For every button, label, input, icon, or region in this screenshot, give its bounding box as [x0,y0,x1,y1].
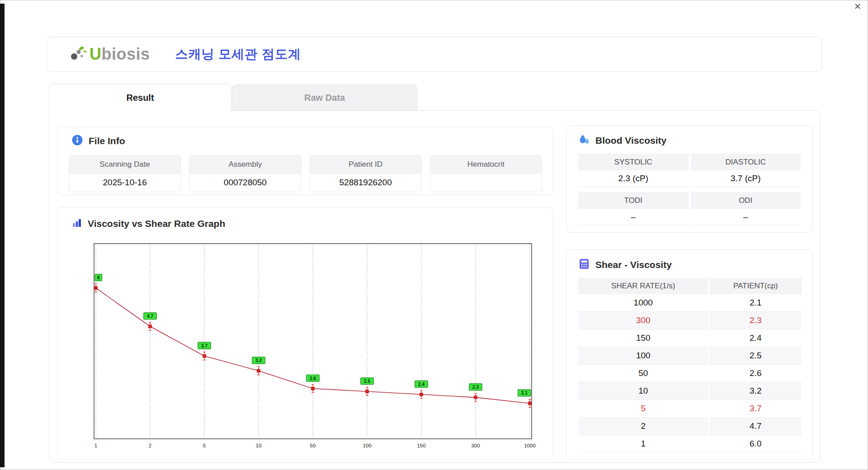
svg-text:4.7: 4.7 [147,314,153,319]
info-icon [71,134,83,148]
patient-cell: 2.5 [708,347,802,365]
graph-header: Viscosity vs Shear Rate Graph [71,217,553,230]
shear-rate-column-header: SHEAR RATE(1/s) [578,278,708,294]
bar-chart-icon [71,217,82,230]
shear-table-row: 16.0 [578,435,802,453]
shear-rate-cell: 300 [578,312,708,329]
odi-label: ODI [691,192,801,209]
logo-letter-u: U [90,45,102,63]
systolic-label: SYSTOLIC [578,154,689,170]
blood-viscosity-header: Blood Viscosity [578,134,812,147]
shear-viscosity-card: Shear - Viscosity SHEAR RATE(1/s) PATIEN… [566,249,813,460]
ubiosis-logo-text: Ubiosis [90,45,150,64]
svg-text:2.5: 2.5 [364,379,370,384]
svg-text:2.3: 2.3 [472,385,479,390]
hematocrit-value [430,174,542,192]
file-info-header: File Info [71,134,553,148]
chart-area: 64.73.73.22.62.52.42.32.1125105010015030… [80,239,542,456]
left-edge-bar [0,4,5,467]
tab-raw-data[interactable]: Raw Data [232,85,417,110]
svg-text:3.2: 3.2 [255,358,262,363]
shear-table-row: 1502.4 [578,329,802,347]
field-hematocrit: Hematocrit [430,155,542,192]
file-info-title: File Info [89,136,125,146]
blood-viscosity-title: Blood Viscosity [595,135,666,146]
droplets-icon [578,134,590,147]
svg-text:150: 150 [417,443,425,448]
systolic-diastolic-group: SYSTOLIC DIASTOLIC 2.3 (cP) 3.7 (cP) [578,154,801,187]
result-panel: File Info Scanning Date 2025-10-16 Assem… [49,110,821,463]
graph-title: Viscosity vs Shear Rate Graph [88,218,225,229]
file-info-card: File Info Scanning Date 2025-10-16 Assem… [57,127,553,195]
calculator-icon [578,258,590,272]
assembly-label: Assembly [189,155,301,174]
svg-text:50: 50 [310,443,316,448]
shear-table-body: 10002.13002.31502.41002.5502.6103.253.72… [578,294,802,453]
shear-table-row: 10002.1 [578,294,802,312]
patient-column-header: PATIENT(cp) [708,278,802,294]
patient-cell: 4.7 [708,418,802,435]
ubiosis-logo: Ubiosis [69,44,150,64]
scanning-date-label: Scanning Date [69,155,180,174]
shear-table-head: SHEAR RATE(1/s) PATIENT(cp) [578,278,802,294]
shear-viscosity-title: Shear - Viscosity [595,259,672,270]
odi-value: – [691,209,801,226]
svg-text:1000: 1000 [524,443,536,448]
shear-viscosity-header: Shear - Viscosity [578,258,812,272]
todi-label: TODI [578,192,689,209]
patient-cell: 2.4 [708,329,802,347]
field-scanning-date: Scanning Date 2025-10-16 [69,155,181,192]
shear-rate-cell: 1000 [578,294,708,312]
shear-table-row: 103.2 [578,382,802,400]
svg-text:3.7: 3.7 [201,343,208,348]
scanning-date-value: 2025-10-16 [69,174,180,192]
systolic-value: 2.3 (cP) [578,170,689,187]
shear-rate-cell: 2 [578,418,708,435]
shear-table-row: 1002.5 [578,347,802,365]
shear-table-row: 24.7 [578,418,802,435]
shear-rate-cell: 50 [578,365,708,382]
patient-id-value: 52881926200 [310,174,421,192]
tab-raw-data-label: Raw Data [304,93,345,103]
svg-text:1: 1 [94,443,97,448]
field-assembly: Assembly 000728050 [189,155,301,192]
patient-cell: 2.1 [708,294,802,312]
shear-table-row: 53.7 [578,400,802,418]
hematocrit-label: Hematocrit [430,155,542,174]
blood-viscosity-grid: SYSTOLIC DIASTOLIC 2.3 (cP) 3.7 (cP) TOD… [578,154,801,226]
patient-cell: 2.6 [708,365,802,382]
tab-result[interactable]: Result [49,84,231,111]
diastolic-value: 3.7 (cP) [691,170,801,187]
shear-table-row: 502.6 [578,365,802,382]
todi-odi-group: TODI ODI – – [578,192,801,226]
assembly-value: 000728050 [189,174,301,192]
svg-text:2.1: 2.1 [521,390,528,395]
svg-text:5: 5 [203,443,206,448]
svg-text:300: 300 [471,443,480,448]
patient-cell: 6.0 [708,435,802,453]
svg-text:100: 100 [363,443,371,448]
diastolic-label: DIASTOLIC [691,154,801,170]
svg-text:2.4: 2.4 [418,382,425,387]
patient-cell: 3.2 [708,382,802,400]
patient-id-label: Patient ID [310,155,421,174]
shear-rate-cell: 5 [578,400,708,418]
viscosity-chart: 64.73.73.22.62.52.42.32.1125105010015030… [80,239,542,454]
file-info-fields: Scanning Date 2025-10-16 Assembly 000728… [69,155,542,192]
svg-text:10: 10 [256,443,262,448]
svg-text:6: 6 [97,275,100,280]
shear-viscosity-table: SHEAR RATE(1/s) PATIENT(cp) 10002.13002.… [578,278,802,453]
tab-result-label: Result [126,93,154,103]
todi-value: – [578,209,689,226]
shear-rate-cell: 150 [578,329,708,347]
shear-rate-cell: 1 [578,435,708,453]
app-header: Ubiosis 스캐닝 모세관 점도계 [47,37,822,72]
close-icon [854,2,862,12]
svg-text:2.6: 2.6 [310,376,316,381]
shear-table-row: 3002.3 [578,312,802,329]
patient-cell: 2.3 [708,312,802,329]
close-button[interactable] [853,2,863,12]
patient-cell: 3.7 [708,400,802,418]
logo-letters-biosis: biosis [102,45,150,63]
graph-card: Viscosity vs Shear Rate Graph 64.73.73.2… [57,207,553,460]
